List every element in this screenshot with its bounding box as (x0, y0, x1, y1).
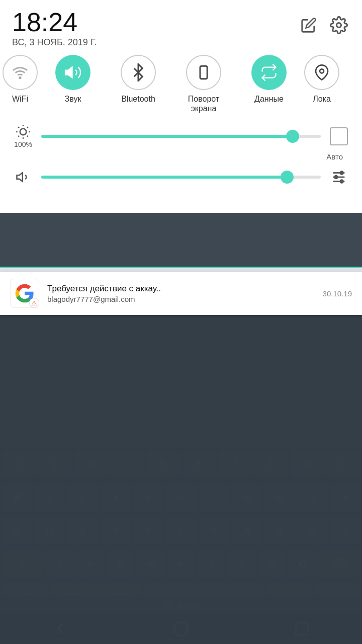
status-bar: 18:24 ВС, 3 НОЯБ. 2019 Г. (0, 0, 362, 50)
auto-brightness[interactable] (328, 127, 350, 145)
notification-content: Требуется действие с аккау.. blagodyr777… (47, 284, 315, 303)
notification-time: 30.10.19 (323, 289, 352, 298)
toggle-sound[interactable]: Звук (40, 55, 106, 104)
wifi-label: WiFi (12, 94, 28, 104)
clock: 18:24 (12, 9, 97, 35)
svg-point-18 (340, 172, 343, 175)
dim-overlay (0, 312, 362, 644)
svg-marker-2 (65, 67, 72, 78)
svg-point-0 (337, 23, 341, 28)
svg-line-8 (18, 127, 19, 128)
edit-button[interactable] (298, 14, 320, 36)
sound-icon-circle (55, 55, 90, 90)
notification-subtitle: blagodyr7777@gmail.com (47, 295, 315, 303)
brightness-slider[interactable] (41, 135, 321, 138)
volume-slider[interactable] (41, 176, 321, 179)
brightness-row: 100% (12, 124, 350, 148)
sliders-section: 100% Авто (0, 117, 362, 203)
volume-icon (12, 170, 34, 185)
rotate-icon-circle (186, 55, 221, 90)
sound-label: Звук (65, 94, 81, 104)
auto-label: Авто (326, 152, 343, 161)
svg-line-12 (18, 136, 19, 137)
data-icon-circle (251, 55, 287, 90)
location-label: Лока (313, 94, 331, 104)
rotate-label: Поворот экрана (188, 94, 219, 113)
toggle-wifi[interactable]: WiFi (0, 55, 40, 104)
brightness-value: 100% (14, 140, 32, 148)
svg-point-4 (320, 69, 324, 73)
wifi-icon-circle (3, 55, 38, 90)
svg-rect-3 (200, 66, 207, 79)
toggle-location[interactable]: Лока (302, 55, 342, 104)
svg-point-20 (340, 180, 343, 183)
toggle-rotate[interactable]: Поворот экрана (171, 55, 236, 113)
bluetooth-icon-circle (121, 55, 156, 90)
settings-button[interactable] (328, 14, 350, 36)
svg-marker-14 (17, 173, 23, 182)
time-block: 18:24 ВС, 3 НОЯБ. 2019 Г. (12, 9, 97, 48)
date: ВС, 3 НОЯБ. 2019 Г. (12, 37, 97, 48)
quick-settings-panel: 18:24 ВС, 3 НОЯБ. 2019 Г. (0, 0, 362, 213)
svg-point-19 (335, 176, 338, 179)
volume-row (12, 169, 350, 186)
bluetooth-label: Bluetooth (121, 94, 155, 104)
volume-settings-icon[interactable] (328, 169, 350, 186)
svg-line-13 (27, 127, 28, 128)
toggle-bluetooth[interactable]: Bluetooth (106, 55, 171, 104)
notification-icon-wrap: ⚠ (10, 279, 39, 308)
svg-point-1 (20, 77, 21, 78)
svg-point-5 (20, 129, 27, 135)
header-actions (298, 9, 350, 36)
notification-card[interactable]: ⚠ Требуется действие с аккау.. blagodyr7… (0, 272, 362, 315)
svg-line-9 (27, 136, 28, 137)
toggle-data[interactable]: Данные (236, 55, 302, 104)
notification-title: Требуется действие с аккау.. (47, 284, 315, 294)
location-icon-circle (304, 55, 339, 90)
toggle-row: WiFi Звук Bluetooth (0, 50, 362, 117)
data-label: Данные (254, 94, 284, 104)
brightness-icon: 100% (12, 124, 34, 148)
notification-badge: ⚠ (29, 298, 39, 308)
